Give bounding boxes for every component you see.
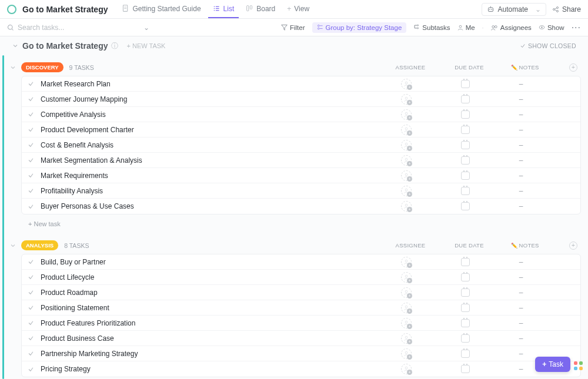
due-date-cell[interactable] [447,273,483,281]
tab-getting-started[interactable]: Getting Started Guide [117,0,205,18]
me-button[interactable]: Me [457,24,475,31]
col-notes[interactable]: NOTES [510,242,540,249]
col-assignee[interactable]: ASSIGNEE [393,64,428,71]
notes-cell[interactable]: – [506,273,536,281]
notes-cell[interactable]: – [506,110,536,119]
assignee-cell[interactable] [389,333,424,344]
notes-cell[interactable]: – [506,202,536,210]
task-row[interactable]: Pricing Strategy – [22,361,580,377]
assignee-cell[interactable] [389,186,424,196]
task-row[interactable]: Product Features Prioritization – [22,316,580,331]
complete-check-icon[interactable] [28,142,35,148]
notes-cell[interactable]: – [506,319,536,327]
complete-check-icon[interactable] [28,157,35,163]
floating-task-button[interactable]: + Task [535,357,570,372]
automate-button[interactable]: Automate ⌄ [482,3,546,16]
task-row[interactable]: Positioning Statement – [22,300,580,316]
notes-cell[interactable]: – [506,187,536,195]
due-date-cell[interactable] [447,334,483,343]
due-date-cell[interactable] [447,141,483,149]
due-date-cell[interactable] [447,202,483,210]
col-due-date[interactable]: DUE DATE [452,242,487,249]
due-date-cell[interactable] [447,187,483,195]
notes-cell[interactable]: – [506,289,536,297]
task-row[interactable]: Cost & Benefit Analysis – [22,137,580,153]
notes-cell[interactable]: – [506,350,536,358]
assignee-cell[interactable] [389,348,424,359]
due-date-cell[interactable] [447,304,483,312]
assignee-cell[interactable] [389,140,424,150]
tab-list[interactable]: List [208,0,239,18]
chevron-down-icon[interactable]: ⌄ [143,24,149,32]
apps-launcher-icon[interactable] [574,361,583,371]
complete-check-icon[interactable] [28,350,35,357]
group-collapse-icon[interactable] [9,242,16,249]
due-date-cell[interactable] [447,258,483,266]
task-row[interactable]: Market Segmentation & Analysis – [22,153,580,168]
task-row[interactable]: Product Development Charter – [22,122,580,137]
notes-cell[interactable]: – [506,304,536,312]
notes-cell[interactable]: – [506,126,536,134]
search-input[interactable] [18,24,135,32]
assignee-cell[interactable] [389,272,424,283]
add-column-button[interactable]: + [569,242,577,250]
search-box[interactable]: ⌄ [7,24,149,32]
complete-check-icon[interactable] [28,172,35,179]
notes-cell[interactable]: – [506,172,536,180]
due-date-cell[interactable] [447,172,483,180]
task-row[interactable]: Competitive Analysis – [22,107,580,122]
due-date-cell[interactable] [447,110,483,119]
groupby-pill[interactable]: Group by: Strategy Stage [312,22,407,33]
group-badge[interactable]: DISCOVERY [21,62,64,72]
assignees-button[interactable]: Assignees [491,24,532,31]
assignee-cell[interactable] [389,201,424,212]
task-row[interactable]: Market Research Plan – [22,76,580,92]
task-row[interactable]: Market Requirements – [22,168,580,183]
complete-check-icon[interactable] [28,81,35,87]
task-row[interactable]: Product Business Case – [22,331,580,346]
task-row[interactable]: Product Roadmap – [22,285,580,300]
assignee-cell[interactable] [389,303,424,313]
task-row[interactable]: Customer Journey Mapping – [22,92,580,107]
info-icon[interactable]: ⓘ [111,41,118,51]
assignee-cell[interactable] [389,170,424,181]
due-date-cell[interactable] [447,365,483,373]
show-button[interactable]: Show [539,24,564,31]
complete-check-icon[interactable] [28,96,35,102]
due-date-cell[interactable] [447,156,483,165]
complete-check-icon[interactable] [28,289,35,296]
notes-cell[interactable]: – [506,141,536,149]
notes-cell[interactable]: – [506,334,536,343]
complete-check-icon[interactable] [28,366,35,373]
project-name[interactable]: Go to Market Strategy [22,41,108,51]
complete-check-icon[interactable] [28,274,35,280]
due-date-cell[interactable] [447,126,483,134]
notes-cell[interactable]: – [506,156,536,165]
complete-check-icon[interactable] [28,320,35,326]
task-row[interactable]: Buyer Personas & Use Cases – [22,199,580,214]
assignee-cell[interactable] [389,155,424,166]
tab-board[interactable]: Board [241,0,280,18]
notes-cell[interactable]: – [506,80,536,88]
complete-check-icon[interactable] [28,259,35,265]
due-date-cell[interactable] [447,80,483,88]
group-collapse-icon[interactable] [9,64,16,71]
col-notes[interactable]: NOTES [510,64,540,71]
notes-cell[interactable]: – [506,365,536,373]
filter-button[interactable]: Filter [281,24,305,31]
notes-cell[interactable]: – [506,95,536,103]
assignee-cell[interactable] [389,79,424,89]
assignee-cell[interactable] [389,109,424,120]
task-row[interactable]: Build, Buy or Partner – [22,254,580,270]
complete-check-icon[interactable] [28,203,35,210]
notes-cell[interactable]: – [506,258,536,266]
group-badge[interactable]: ANALYSIS [21,240,58,250]
assignee-cell[interactable] [389,287,424,298]
add-column-button[interactable]: + [569,63,577,72]
complete-check-icon[interactable] [28,187,35,194]
assignee-cell[interactable] [389,257,424,267]
complete-check-icon[interactable] [28,111,35,118]
due-date-cell[interactable] [447,95,483,103]
assignee-cell[interactable] [389,125,424,135]
task-row[interactable]: Profitability Analysis – [22,183,580,199]
